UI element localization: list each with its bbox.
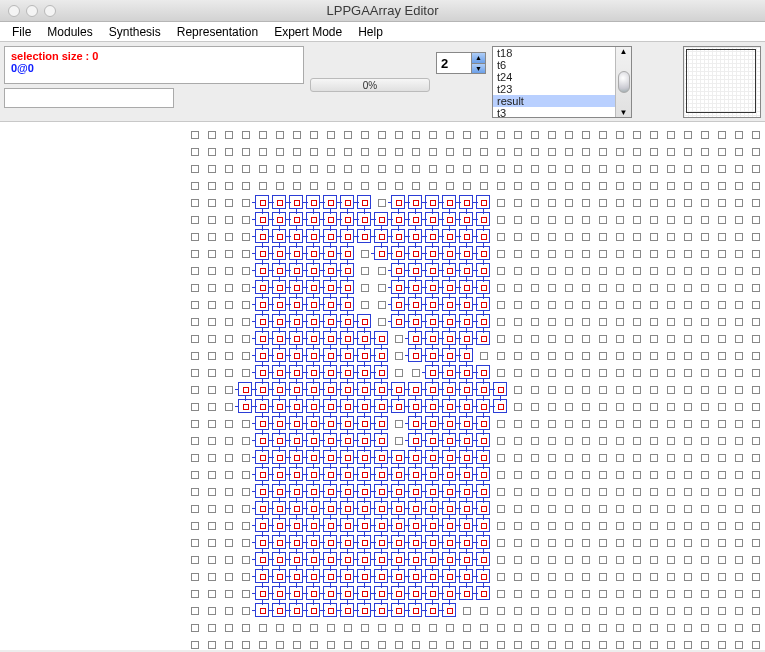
cell-empty[interactable] [650, 624, 658, 632]
cell-empty[interactable] [735, 386, 743, 394]
cell-empty[interactable] [514, 437, 522, 445]
cell-occupied[interactable] [289, 535, 303, 549]
cell-empty[interactable] [735, 607, 743, 615]
cell-occupied[interactable] [357, 586, 371, 600]
cell-empty[interactable] [242, 131, 250, 139]
cell-occupied[interactable] [340, 603, 354, 617]
cell-empty[interactable] [633, 522, 641, 530]
cell-empty[interactable] [667, 131, 675, 139]
cell-occupied[interactable] [425, 365, 439, 379]
cell-empty[interactable] [582, 403, 590, 411]
cell-empty[interactable] [531, 556, 539, 564]
cell-empty[interactable] [599, 250, 607, 258]
cell-empty[interactable] [225, 386, 233, 394]
cell-empty[interactable] [667, 403, 675, 411]
cell-empty[interactable] [225, 573, 233, 581]
cell-empty[interactable] [429, 624, 437, 632]
cell-empty[interactable] [582, 250, 590, 258]
cell-empty[interactable] [514, 539, 522, 547]
cell-empty[interactable] [684, 539, 692, 547]
cell-empty[interactable] [463, 641, 471, 649]
cell-empty[interactable] [599, 233, 607, 241]
cell-empty[interactable] [191, 403, 199, 411]
cell-empty[interactable] [208, 216, 216, 224]
cell-empty[interactable] [225, 199, 233, 207]
cell-occupied[interactable] [340, 212, 354, 226]
cell-empty[interactable] [225, 590, 233, 598]
cell-empty[interactable] [242, 284, 250, 292]
cell-empty[interactable] [684, 607, 692, 615]
cell-empty[interactable] [718, 301, 726, 309]
cell-occupied[interactable] [289, 382, 303, 396]
cell-occupied[interactable] [323, 229, 337, 243]
cell-empty[interactable] [718, 607, 726, 615]
cell-occupied[interactable] [255, 229, 269, 243]
cell-empty[interactable] [752, 233, 760, 241]
cell-empty[interactable] [684, 233, 692, 241]
cell-empty[interactable] [378, 284, 386, 292]
cell-empty[interactable] [718, 590, 726, 598]
cell-empty[interactable] [514, 131, 522, 139]
cell-empty[interactable] [633, 420, 641, 428]
cell-empty[interactable] [242, 165, 250, 173]
minimap[interactable] [683, 46, 761, 118]
cell-empty[interactable] [582, 216, 590, 224]
cell-empty[interactable] [191, 624, 199, 632]
cell-occupied[interactable] [323, 569, 337, 583]
cell-empty[interactable] [480, 624, 488, 632]
cell-empty[interactable] [667, 335, 675, 343]
cell-empty[interactable] [293, 165, 301, 173]
cell-empty[interactable] [514, 607, 522, 615]
cell-empty[interactable] [225, 488, 233, 496]
cell-empty[interactable] [752, 318, 760, 326]
cell-occupied[interactable] [408, 280, 422, 294]
cell-occupied[interactable] [476, 280, 490, 294]
cell-empty[interactable] [446, 641, 454, 649]
status-field[interactable] [4, 88, 174, 108]
cell-occupied[interactable] [272, 416, 286, 430]
cell-empty[interactable] [208, 318, 216, 326]
cell-empty[interactable] [548, 454, 556, 462]
cell-empty[interactable] [208, 471, 216, 479]
cell-empty[interactable] [752, 369, 760, 377]
cell-empty[interactable] [412, 165, 420, 173]
spinner-down-icon[interactable]: ▼ [471, 64, 485, 74]
cell-occupied[interactable] [255, 280, 269, 294]
cell-empty[interactable] [667, 420, 675, 428]
cell-occupied[interactable] [289, 297, 303, 311]
cell-occupied[interactable] [357, 331, 371, 345]
cell-occupied[interactable] [374, 365, 388, 379]
cell-empty[interactable] [565, 148, 573, 156]
cell-empty[interactable] [242, 182, 250, 190]
cell-occupied[interactable] [391, 399, 405, 413]
cell-occupied[interactable] [289, 552, 303, 566]
cell-empty[interactable] [531, 267, 539, 275]
cell-empty[interactable] [565, 165, 573, 173]
cell-occupied[interactable] [289, 603, 303, 617]
cell-occupied[interactable] [442, 535, 456, 549]
cell-empty[interactable] [616, 233, 624, 241]
cell-occupied[interactable] [357, 365, 371, 379]
cell-empty[interactable] [395, 148, 403, 156]
cell-occupied[interactable] [408, 518, 422, 532]
cell-empty[interactable] [531, 403, 539, 411]
cell-empty[interactable] [548, 488, 556, 496]
cell-empty[interactable] [735, 420, 743, 428]
cell-occupied[interactable] [255, 518, 269, 532]
cell-occupied[interactable] [408, 467, 422, 481]
cell-occupied[interactable] [272, 501, 286, 515]
cell-empty[interactable] [225, 233, 233, 241]
cell-empty[interactable] [735, 165, 743, 173]
cell-empty[interactable] [327, 148, 335, 156]
cell-empty[interactable] [497, 607, 505, 615]
cell-empty[interactable] [667, 607, 675, 615]
cell-empty[interactable] [191, 607, 199, 615]
cell-empty[interactable] [361, 301, 369, 309]
cell-empty[interactable] [582, 437, 590, 445]
cell-occupied[interactable] [272, 365, 286, 379]
cell-occupied[interactable] [255, 399, 269, 413]
cell-occupied[interactable] [425, 603, 439, 617]
cell-empty[interactable] [565, 539, 573, 547]
cell-occupied[interactable] [357, 382, 371, 396]
cell-empty[interactable] [735, 556, 743, 564]
